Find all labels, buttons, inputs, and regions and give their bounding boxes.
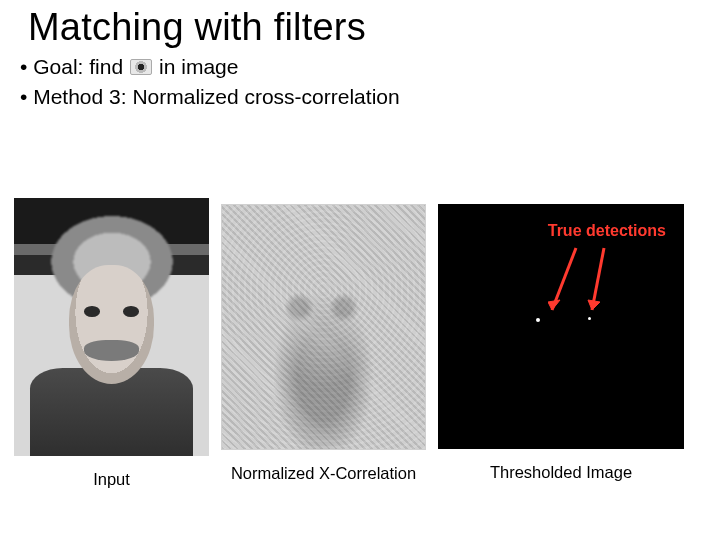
panel-ncc: Normalized X-Correlation — [221, 198, 426, 483]
thresholded-image: True detections — [438, 204, 684, 449]
input-caption: Input — [93, 470, 130, 489]
input-image — [14, 198, 209, 456]
slide-title: Matching with filters — [0, 0, 720, 49]
ncc-caption: Normalized X-Correlation — [231, 464, 416, 483]
true-detections-label: True detections — [548, 222, 666, 240]
ncc-image — [221, 204, 426, 450]
detection-dot — [588, 317, 591, 320]
panel-input: Input — [14, 198, 209, 489]
eye-icon — [130, 59, 152, 75]
svg-marker-3 — [588, 300, 600, 310]
bullet-goal-suffix: in image — [159, 53, 238, 81]
bullet-list: • Goal: find in image • Method 3: Normal… — [0, 49, 720, 112]
arrow-left-icon — [548, 244, 588, 320]
arrow-right-icon — [586, 244, 618, 320]
bullet-method: • Method 3: Normalized cross-correlation — [20, 83, 720, 111]
bullet-goal-prefix: • Goal: find — [20, 53, 123, 81]
panel-thresholded: True detections Thresholded Image — [438, 198, 684, 482]
detection-dot — [536, 318, 540, 322]
thresholded-caption: Thresholded Image — [490, 463, 632, 482]
figure-row: Input Normalized X-Correlation True dete… — [0, 198, 720, 489]
bullet-goal: • Goal: find in image — [20, 53, 720, 81]
